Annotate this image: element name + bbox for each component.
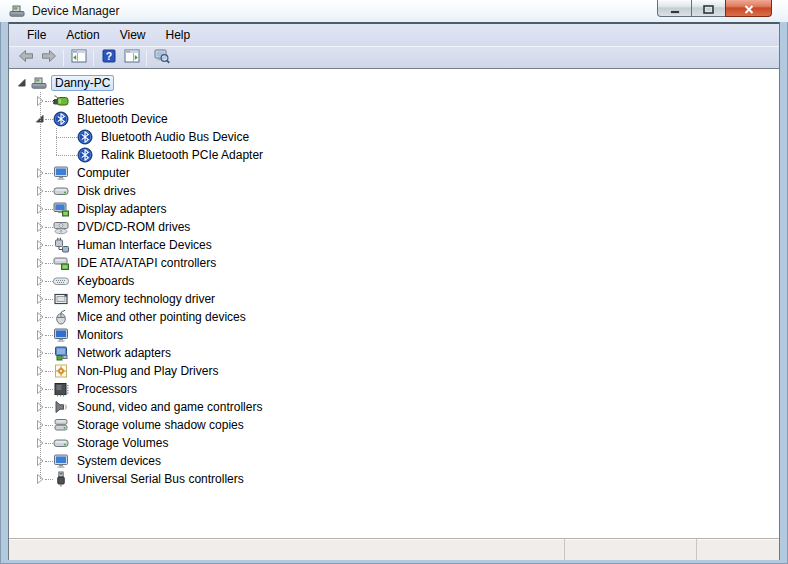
tree-item-memory-technology-driver[interactable]: Memory technology driver	[9, 290, 779, 308]
window-title: Device Manager	[32, 4, 119, 18]
tree-item-label[interactable]: Universal Serial Bus controllers	[73, 471, 248, 487]
tree-item-computer[interactable]: Computer	[9, 164, 779, 182]
toolbar-button-back[interactable]	[14, 47, 37, 68]
tree-item-label[interactable]: Human Interface Devices	[73, 237, 216, 253]
tree-item-storage-volumes[interactable]: Storage Volumes	[9, 434, 779, 452]
device-manager-icon	[9, 3, 25, 19]
tree-guide-stub	[45, 353, 53, 354]
help-icon: ?	[101, 48, 117, 68]
toolbar-separator	[146, 50, 147, 66]
collapse-arrow-icon[interactable]	[17, 78, 27, 88]
battery-icon	[53, 93, 69, 109]
tree-item-mice-and-other-pointing-devices[interactable]: Mice and other pointing devices	[9, 308, 779, 326]
tree-item-human-interface-devices[interactable]: Human Interface Devices	[9, 236, 779, 254]
action-pane-icon	[124, 48, 140, 68]
disk-drive-icon	[53, 183, 69, 199]
tree-item-label[interactable]: Batteries	[73, 93, 128, 109]
computer-icon	[53, 165, 69, 181]
toolbar-button-scan-for-hardware-changes[interactable]	[150, 47, 173, 68]
sound-icon	[53, 399, 69, 415]
tree-guide-stub	[45, 335, 53, 336]
toolbar-button-show-action-pane[interactable]	[120, 47, 143, 68]
tree-item-label[interactable]: DVD/CD-ROM drives	[73, 219, 194, 235]
tree-guide-stub	[45, 389, 53, 390]
toolbar-button-help[interactable]: ?	[97, 47, 120, 68]
tree-item-system-devices[interactable]: System devices	[9, 452, 779, 470]
memory-card-icon	[53, 291, 69, 307]
tree-item-label[interactable]: Danny-PC	[51, 75, 114, 91]
maximize-button[interactable]	[692, 0, 725, 17]
tree-item-disk-drives[interactable]: Disk drives	[9, 182, 779, 200]
tree-item-ralink-bluetooth-pcie-adapter[interactable]: Ralink Bluetooth PCIe Adapter	[9, 146, 779, 164]
tree-guide-stub	[45, 317, 53, 318]
tree-item-monitors[interactable]: Monitors	[9, 326, 779, 344]
tree-item-label[interactable]: System devices	[73, 453, 165, 469]
tree-guide-stub	[45, 461, 53, 462]
tree-item-processors[interactable]: Processors	[9, 380, 779, 398]
shadow-copy-icon	[53, 417, 69, 433]
tree-item-label[interactable]: Display adapters	[73, 201, 170, 217]
system-devices-icon	[53, 453, 69, 469]
tree-item-storage-volume-shadow-copies[interactable]: Storage volume shadow copies	[9, 416, 779, 434]
tree-item-keyboards[interactable]: Keyboards	[9, 272, 779, 290]
tree-item-non-plug-and-play-drivers[interactable]: Non-Plug and Play Drivers	[9, 362, 779, 380]
tree-item-label[interactable]: Ralink Bluetooth PCIe Adapter	[97, 147, 267, 163]
bluetooth-icon	[53, 111, 69, 127]
tree-item-label[interactable]: Monitors	[73, 327, 127, 343]
display-adapter-icon	[53, 201, 69, 217]
menu-file[interactable]: File	[17, 24, 56, 46]
tree-item-danny-pc[interactable]: Danny-PC	[9, 74, 779, 92]
monitor-icon	[53, 327, 69, 343]
menu-view[interactable]: View	[110, 24, 156, 46]
toolbar-separator	[93, 50, 94, 66]
tree-item-dvd-cd-rom-drives[interactable]: DVD/CD-ROM drives	[9, 218, 779, 236]
tree-guide-line	[56, 128, 57, 155]
menu-help[interactable]: Help	[156, 24, 201, 46]
tree-item-batteries[interactable]: Batteries	[9, 92, 779, 110]
processor-icon	[53, 381, 69, 397]
tree-item-label[interactable]: Disk drives	[73, 183, 140, 199]
tree-item-display-adapters[interactable]: Display adapters	[9, 200, 779, 218]
tree-item-sound-video-and-game-controllers[interactable]: Sound, video and game controllers	[9, 398, 779, 416]
window-controls	[657, 0, 772, 17]
tree-item-label[interactable]: Bluetooth Audio Bus Device	[97, 129, 253, 145]
tree-guide-line	[40, 92, 41, 479]
tree-item-label[interactable]: IDE ATA/ATAPI controllers	[73, 255, 220, 271]
status-text	[9, 539, 564, 560]
tree-item-label[interactable]: Storage volume shadow copies	[73, 417, 248, 433]
bluetooth-icon	[77, 147, 93, 163]
tree-item-bluetooth-audio-bus-device[interactable]: Bluetooth Audio Bus Device	[9, 128, 779, 146]
tree-item-label[interactable]: Non-Plug and Play Drivers	[73, 363, 222, 379]
device-manager-window: Device Manager File Action View Help ? D…	[0, 0, 788, 564]
ide-controller-icon	[53, 255, 69, 271]
tree-guide-stub	[45, 443, 53, 444]
tree-item-ide-ata-atapi-controllers[interactable]: IDE ATA/ATAPI controllers	[9, 254, 779, 272]
tree-guide-stub	[45, 209, 53, 210]
toolbar-button-show-console-tree[interactable]	[67, 47, 90, 68]
tree-guide-stub	[56, 137, 77, 138]
tree-guide-stub	[45, 263, 53, 264]
tree-item-label[interactable]: Memory technology driver	[73, 291, 219, 307]
menu-action[interactable]: Action	[56, 24, 109, 46]
status-bar	[9, 538, 779, 560]
tree-item-universal-serial-bus-controllers[interactable]: Universal Serial Bus controllers	[9, 470, 779, 488]
menu-bar: File Action View Help	[9, 24, 779, 47]
tree-guide-stub	[45, 227, 53, 228]
scan-icon	[154, 48, 170, 68]
tree-item-label[interactable]: Sound, video and game controllers	[73, 399, 266, 415]
hid-icon	[53, 237, 69, 253]
tree-item-label[interactable]: Processors	[73, 381, 141, 397]
status-cell	[696, 539, 779, 560]
tree-item-label[interactable]: Network adapters	[73, 345, 175, 361]
minimize-button[interactable]	[657, 0, 692, 17]
toolbar-button-forward[interactable]	[37, 47, 60, 68]
tree-item-network-adapters[interactable]: Network adapters	[9, 344, 779, 362]
tree-item-label[interactable]: Bluetooth Device	[73, 111, 172, 127]
tree-item-label[interactable]: Storage Volumes	[73, 435, 172, 451]
close-button[interactable]	[725, 0, 772, 17]
tree-item-label[interactable]: Computer	[73, 165, 134, 181]
tree-item-label[interactable]: Mice and other pointing devices	[73, 309, 250, 325]
tree-item-label[interactable]: Keyboards	[73, 273, 138, 289]
tree-item-bluetooth-device[interactable]: Bluetooth Device	[9, 110, 779, 128]
svg-text:?: ?	[105, 50, 111, 62]
